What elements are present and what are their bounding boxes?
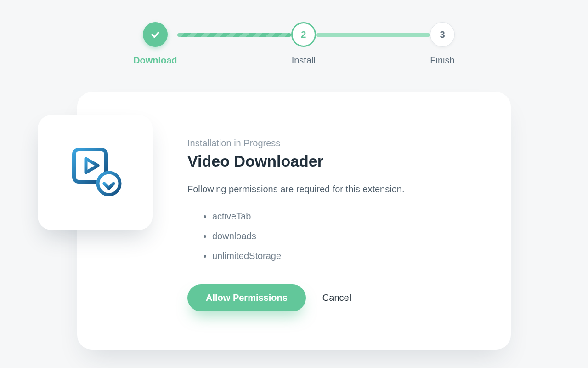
progress-stepper: Download 2 Install 3 Finish (133, 22, 455, 66)
extension-icon-card (38, 115, 153, 230)
step-install: 2 Install (291, 22, 316, 66)
step-label: Download (133, 55, 177, 66)
step-download: Download (133, 22, 177, 66)
allow-permissions-button[interactable]: Allow Permissions (187, 284, 306, 311)
video-downloader-icon (68, 144, 123, 201)
permission-item: activeTab (212, 207, 474, 226)
checkmark-icon (143, 22, 168, 47)
extension-title: Video Downloader (187, 152, 474, 170)
step-number: 2 (291, 22, 316, 47)
step-label: Install (292, 55, 316, 66)
permissions-list: activeTab downloads unlimitedStorage (187, 207, 474, 266)
permission-item: unlimitedStorage (212, 246, 474, 266)
step-connector (177, 33, 291, 37)
step-number: 3 (430, 22, 455, 47)
step-label: Finish (430, 55, 454, 66)
permission-item: downloads (212, 226, 474, 246)
step-connector (316, 33, 430, 37)
cancel-button[interactable]: Cancel (322, 293, 351, 303)
card-eyebrow: Installation in Progress (187, 138, 474, 149)
card-actions: Allow Permissions Cancel (187, 284, 474, 311)
permissions-description: Following permissions are required for t… (187, 184, 474, 195)
step-finish: 3 Finish (430, 22, 455, 66)
